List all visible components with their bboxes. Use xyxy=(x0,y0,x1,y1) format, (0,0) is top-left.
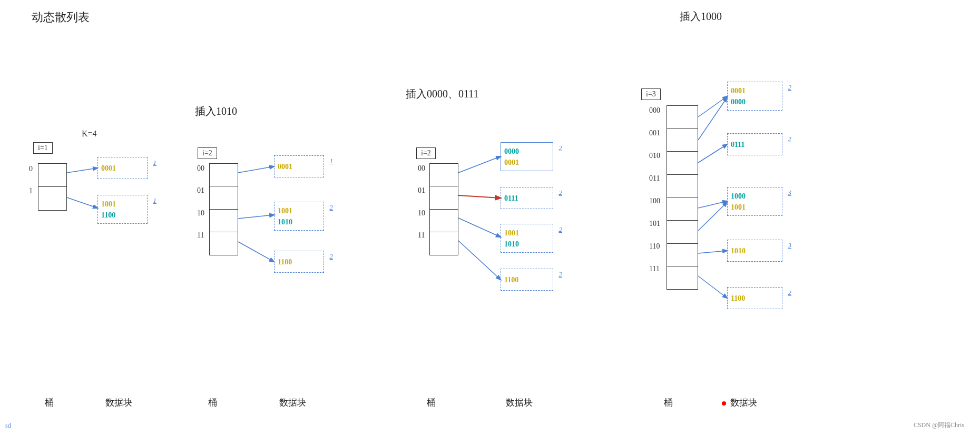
bottom-label-1a: 桶 xyxy=(45,397,54,409)
diagram1-bucket xyxy=(38,163,67,211)
d3-block3-e2: 1010 xyxy=(504,239,519,250)
d3-bucket-cell-2 xyxy=(430,210,458,232)
d2-block1-count: 1 xyxy=(330,157,334,165)
svg-line-10 xyxy=(698,97,727,140)
d4-bucket-111: 111 xyxy=(649,265,660,273)
d2-block2-count: 2 xyxy=(330,203,334,212)
diagram4-block3: 1000 1001 3 xyxy=(727,187,782,216)
d4-bucket-100: 100 xyxy=(649,197,660,205)
svg-line-5 xyxy=(458,156,501,173)
bottom-label-3a: 桶 xyxy=(427,397,436,409)
d2-bucket-01: 01 xyxy=(197,186,204,195)
d2-bucket-00: 00 xyxy=(197,164,204,173)
d4-block5-e1: 1100 xyxy=(731,293,745,304)
svg-line-3 xyxy=(238,215,274,219)
d4-block3-e2: 1001 xyxy=(731,202,746,213)
red-dot-icon xyxy=(722,401,726,406)
svg-line-15 xyxy=(698,276,727,298)
bottom-label-2a: 桶 xyxy=(208,397,217,409)
svg-line-1 xyxy=(67,197,97,208)
d2-bucket-11: 11 xyxy=(197,231,204,240)
d3-bucket-11: 11 xyxy=(418,231,425,240)
d4-bucket-cell-6 xyxy=(667,244,698,267)
d4-block2-count: 2 xyxy=(788,135,792,143)
d4-bucket-010: 010 xyxy=(649,152,660,160)
diagram1-k-label: K=4 xyxy=(82,129,97,139)
diagram3-block1: 0000 0001 2 xyxy=(501,142,553,171)
svg-line-14 xyxy=(698,251,727,253)
d4-bucket-110: 110 xyxy=(649,242,660,251)
d2-bucket-cell-1 xyxy=(210,186,238,209)
svg-line-7 xyxy=(458,218,501,237)
d3-block1-count: 2 xyxy=(559,144,563,152)
diagram2-bucket xyxy=(209,163,238,255)
bucket-cell-0 xyxy=(38,164,66,187)
bottom-label-3b: 数据块 xyxy=(506,397,533,409)
d4-bucket-001: 001 xyxy=(649,129,660,137)
d4-block3-e1: 1000 xyxy=(731,191,746,202)
svg-line-4 xyxy=(238,242,274,262)
diagram4-i-label: i=3 xyxy=(641,88,661,100)
d4-bucket-cell-7 xyxy=(667,266,698,289)
d2-block2-e1: 1001 xyxy=(278,205,292,216)
d4-block4-e1: 1010 xyxy=(731,245,746,256)
d4-bucket-101: 101 xyxy=(649,220,660,228)
d4-bucket-cell-4 xyxy=(667,197,698,221)
d4-bucket-cell-2 xyxy=(667,152,698,175)
d3-bucket-01: 01 xyxy=(418,186,425,195)
d4-bucket-000: 000 xyxy=(649,106,660,115)
d4-block1-e1: 0001 xyxy=(731,85,746,96)
diagram1-block1: 0001 1 xyxy=(97,157,148,179)
d4-block2-e1: 0111 xyxy=(731,139,744,150)
bottom-label-4a: 桶 xyxy=(664,397,673,409)
d2-block3-e1: 1100 xyxy=(278,256,292,268)
d3-bucket-cell-0 xyxy=(430,164,458,186)
d4-bucket-cell-3 xyxy=(667,175,698,198)
svg-line-2 xyxy=(238,166,274,173)
d3-bucket-cell-1 xyxy=(430,186,458,209)
bottom-label-4b: 数据块 xyxy=(730,398,757,408)
diagram4-block1: 0001 0000 2 xyxy=(727,82,782,111)
d4-block5-count: 2 xyxy=(788,289,792,297)
d3-bucket-cell-3 xyxy=(430,232,458,255)
diagram1-block2: 1001 1100 1 xyxy=(97,195,148,224)
diagram3-i-label: i=2 xyxy=(416,147,436,159)
d2-bucket-10: 10 xyxy=(197,209,204,217)
bucket-label-1: 1 xyxy=(29,187,33,195)
d3-block1-e1: 0000 xyxy=(504,146,519,157)
d2-block2-e2: 1010 xyxy=(278,216,292,228)
watermark-left: sd xyxy=(5,422,11,430)
diagram4-bucket xyxy=(667,105,698,290)
diagram2-block3: 1100 2 xyxy=(274,251,324,273)
d3-block2-e1: 0111 xyxy=(504,193,518,204)
bucket-cell-1 xyxy=(38,187,66,210)
d4-bucket-cell-5 xyxy=(667,221,698,244)
svg-line-12 xyxy=(698,201,727,208)
diagram2-block2: 1001 1010 2 xyxy=(274,202,324,231)
svg-line-13 xyxy=(698,202,727,231)
diagram1-i-label: i=1 xyxy=(33,142,53,154)
d3-block1-e2: 0001 xyxy=(504,157,519,168)
svg-line-11 xyxy=(698,144,727,163)
d4-bucket-cell-1 xyxy=(667,129,698,152)
block2-count: 1 xyxy=(153,196,157,205)
svg-line-8 xyxy=(458,241,501,280)
d3-block3-e1: 1001 xyxy=(504,228,519,239)
block2-entry1: 1001 xyxy=(101,199,116,210)
d3-block3-count: 2 xyxy=(559,225,563,234)
d4-block1-count: 2 xyxy=(788,83,792,92)
d2-block1-e1: 0001 xyxy=(278,161,292,172)
insert-title-s1: 插入1010 xyxy=(195,104,237,118)
block2-entry2: 1100 xyxy=(101,210,115,221)
d3-block2-count: 2 xyxy=(559,189,563,197)
svg-line-6 xyxy=(458,195,501,198)
bottom-label-2b: 数据块 xyxy=(279,397,306,409)
diagram2-i-label: i=2 xyxy=(198,147,217,159)
diagram3-bucket xyxy=(429,163,458,255)
insert-title-s2: 插入0000、0111 xyxy=(406,87,479,101)
svg-line-9 xyxy=(698,96,727,117)
diagram2-block1: 0001 1 xyxy=(274,155,324,177)
d4-block3-count: 3 xyxy=(788,189,792,197)
bottom-label-4b-wrapper: 数据块 xyxy=(722,397,757,409)
d3-block4-e1: 1100 xyxy=(504,274,518,285)
